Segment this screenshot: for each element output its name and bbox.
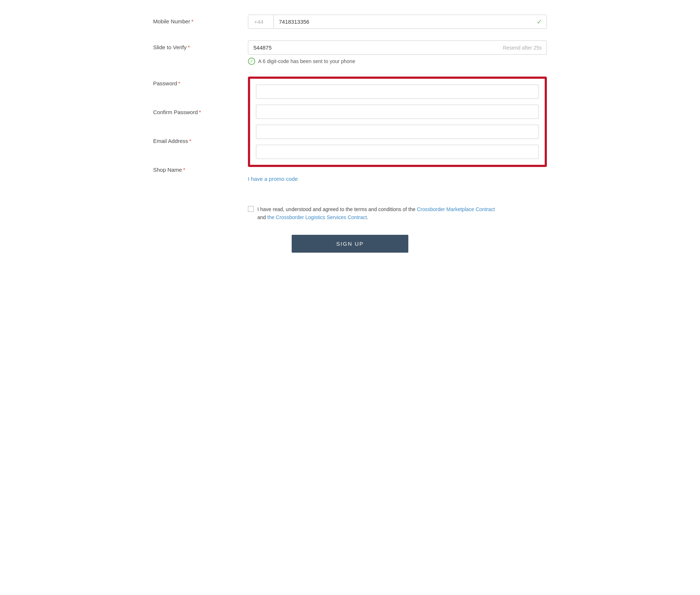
shop-name-input[interactable] (256, 145, 539, 159)
password-input[interactable] (256, 85, 539, 99)
mobile-number-field: +44 ✓ (248, 15, 547, 29)
mobile-input-group: +44 ✓ (248, 15, 547, 29)
email-label-wrapper: Email Address* (153, 138, 248, 144)
email-input[interactable] (256, 125, 539, 139)
password-section-row: Password* Confirm Password* Email Addres… (153, 77, 547, 173)
signup-button-wrapper: SIGN UP (153, 235, 547, 253)
verify-input-wrapper: Resend after 25s (248, 40, 547, 55)
signup-button[interactable]: SIGN UP (292, 235, 408, 253)
terms-text: I have read, understood and agreed to th… (257, 205, 495, 222)
slide-verify-label: Slide to Verify* (153, 40, 248, 50)
mobile-prefix: +44 (248, 15, 274, 28)
verify-check-circle-icon: ✓ (248, 58, 255, 65)
marketplace-contract-link[interactable]: Crossborder Marketplace Contract (417, 206, 495, 212)
verify-success-message: ✓ A 6 digit-code has been sent to your p… (248, 58, 547, 65)
slide-verify-field: Resend after 25s ✓ A 6 digit-code has be… (248, 40, 547, 65)
confirm-required-star: * (199, 109, 201, 115)
fields-highlight-box (248, 77, 547, 167)
logistics-contract-link[interactable]: the Crossborder Logistics Services Contr… (267, 214, 367, 220)
confirm-password-input[interactable] (256, 105, 539, 119)
terms-row: I have read, understood and agreed to th… (248, 205, 547, 222)
password-required-star: * (178, 80, 180, 86)
page-container: Mobile Number* +44 ✓ Slide to Verify* Re… (131, 0, 569, 267)
mobile-required-star: * (191, 18, 194, 24)
confirm-password-label-wrapper: Confirm Password* (153, 109, 248, 115)
shop-required-star: * (183, 167, 185, 173)
slide-verify-row: Slide to Verify* Resend after 25s ✓ A 6 … (153, 40, 547, 65)
mobile-number-input[interactable] (274, 15, 547, 28)
verify-input[interactable] (248, 40, 547, 55)
resend-text: Resend after 25s (503, 45, 542, 51)
promo-code-link[interactable]: I have a promo code (248, 176, 298, 182)
email-required-star: * (189, 138, 191, 144)
shop-name-label-wrapper: Shop Name* (153, 167, 248, 173)
verify-required-star: * (188, 44, 190, 50)
password-label-wrapper: Password* (153, 80, 248, 86)
terms-checkbox[interactable] (248, 206, 254, 212)
mobile-check-icon: ✓ (537, 18, 542, 26)
mobile-number-label: Mobile Number* (153, 15, 248, 24)
promo-code-row: I have a promo code (153, 176, 547, 194)
password-confirm-labels: Password* Confirm Password* Email Addres… (153, 77, 248, 173)
mobile-number-row: Mobile Number* +44 ✓ (153, 15, 547, 29)
